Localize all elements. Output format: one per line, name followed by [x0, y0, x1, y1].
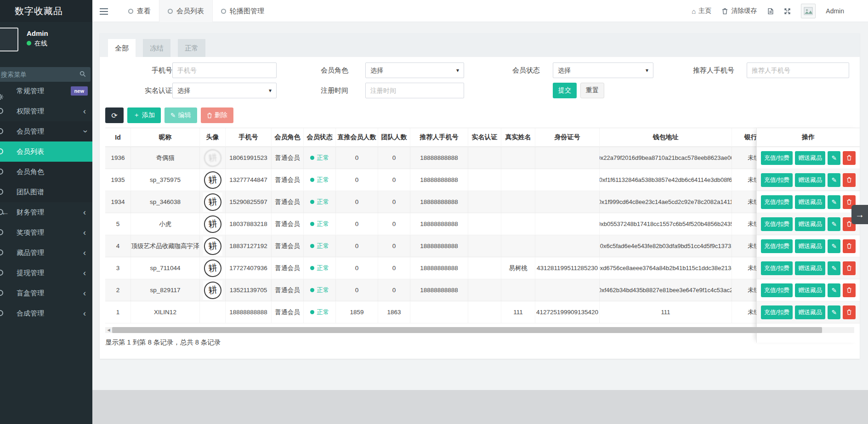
status-tab[interactable]: 全部 — [108, 39, 136, 57]
scrollbar-thumb[interactable] — [112, 327, 822, 333]
hamburger-menu-icon[interactable] — [100, 6, 109, 16]
panel-heading: 全部冻结正常 — [100, 33, 860, 57]
column-header-wallet[interactable]: 钱包地址 — [600, 128, 732, 147]
reset-button[interactable]: 重置 — [580, 83, 604, 98]
column-header-direct[interactable]: 直推会员人数 — [336, 128, 378, 147]
delete-row-button[interactable] — [843, 283, 856, 297]
sidebar-item[interactable]: 奖项管理‹ — [0, 222, 92, 243]
edit-button[interactable]: ✎编辑 — [165, 107, 197, 123]
cell-referrer: 18888888888 — [410, 235, 468, 257]
nav-tab-active[interactable]: 会员列表 — [159, 0, 213, 22]
phone-filter-input[interactable] — [172, 62, 277, 78]
collapse-left-arrow-icon[interactable]: ← — [1, 208, 9, 217]
referrer-filter-input[interactable] — [747, 62, 849, 78]
column-header-nickname[interactable]: 昵称 — [131, 128, 200, 147]
recharge-button[interactable]: 充值/扣费 — [761, 239, 793, 253]
role-filter-select[interactable]: 选择▾ — [365, 62, 464, 78]
recharge-button[interactable]: 充值/扣费 — [761, 151, 793, 165]
column-header-realname[interactable]: 真实姓名 — [501, 128, 535, 147]
recharge-button[interactable]: 充值/扣费 — [761, 283, 793, 297]
sidebar-item-label: 合成管理 — [17, 303, 44, 323]
edit-row-button[interactable]: ✎ — [828, 283, 840, 297]
edit-row-button[interactable]: ✎ — [828, 305, 840, 319]
add-button[interactable]: ＋添加 — [127, 107, 161, 123]
column-header-status[interactable]: 会员状态 — [304, 128, 336, 147]
status-tab[interactable]: 正常 — [178, 39, 205, 57]
chevron-left-icon: ‹ — [83, 263, 86, 283]
column-header-idcard[interactable]: 身份证号 — [535, 128, 600, 147]
recharge-button[interactable]: 充值/扣费 — [761, 217, 793, 231]
cell-status: 正常 — [304, 235, 336, 257]
column-header-id[interactable]: Id — [105, 128, 131, 147]
sidebar-item[interactable]: 提现管理‹ — [0, 263, 92, 283]
column-header-team[interactable]: 团队人数 — [378, 128, 410, 147]
edit-row-button[interactable]: ✎ — [828, 261, 840, 275]
menu-search-input[interactable] — [0, 67, 75, 82]
scroll-left-arrow[interactable]: ◀ — [105, 327, 112, 333]
sidebar-item[interactable]: 权限管理‹ — [0, 101, 92, 121]
gift-button[interactable]: 赠送藏品 — [795, 261, 825, 275]
status-filter-tabs: 全部冻结正常 — [108, 39, 205, 57]
edit-row-button[interactable]: ✎ — [828, 173, 840, 187]
cell-wallet: 111 — [600, 301, 732, 323]
status-tab[interactable]: 冻结 — [143, 39, 170, 57]
sidebar-item[interactable]: 盲盒管理‹ — [0, 283, 92, 303]
submit-button[interactable]: 提交 — [553, 83, 577, 98]
table-toolbar: ⟳ ＋添加 ✎编辑 删除 — [105, 107, 233, 123]
gift-button[interactable]: 赠送藏品 — [795, 173, 825, 187]
sidebar-item[interactable]: 合成管理‹ — [0, 303, 92, 323]
refresh-button[interactable]: ⟳ — [105, 107, 124, 123]
delete-row-button[interactable] — [843, 261, 856, 275]
circle-icon — [128, 9, 133, 14]
chevron-left-icon: ‹ — [83, 283, 86, 303]
delete-row-button[interactable] — [843, 151, 856, 165]
gift-button[interactable]: 赠送藏品 — [795, 283, 825, 297]
fullscreen-button[interactable] — [784, 8, 791, 15]
sidebar-item[interactable]: 团队图谱 — [0, 182, 92, 202]
sidebar-item[interactable]: 常规管理new — [0, 81, 92, 101]
recharge-button[interactable]: 充值/扣费 — [761, 195, 793, 209]
clear-cache-link[interactable]: 清除缓存 — [721, 7, 757, 15]
user-panel: Admin 在线 — [0, 28, 92, 61]
delete-row-button[interactable] — [843, 173, 856, 187]
slide-panel-toggle-button[interactable]: → — [851, 205, 868, 224]
delete-button[interactable]: 删除 — [201, 107, 233, 123]
search-icon[interactable] — [77, 69, 89, 80]
recharge-button[interactable]: 充值/扣费 — [761, 305, 793, 319]
delete-row-button[interactable] — [843, 239, 856, 253]
edit-row-button[interactable]: ✎ — [828, 151, 840, 165]
column-header-role[interactable]: 会员角色 — [272, 128, 304, 147]
recharge-button[interactable]: 充值/扣费 — [761, 173, 793, 187]
sidebar-item[interactable]: 会员列表 — [0, 141, 92, 162]
gift-button[interactable]: 赠送藏品 — [795, 305, 825, 319]
gift-button[interactable]: 赠送藏品 — [795, 239, 825, 253]
column-header-referrer[interactable]: 推荐人手机号 — [410, 128, 468, 147]
column-header-realcert[interactable]: 实名认证 — [468, 128, 501, 147]
gift-button[interactable]: 赠送藏品 — [795, 217, 825, 231]
edit-row-button[interactable]: ✎ — [828, 195, 840, 209]
home-link[interactable]: ⌂ 主页 — [692, 7, 711, 15]
nav-tab-item[interactable]: 轮播图管理 — [213, 0, 272, 22]
sidebar-item[interactable]: 会员角色 — [0, 162, 92, 182]
admin-avatar[interactable] — [801, 4, 816, 18]
sidebar-item[interactable]: 会员管理‹ — [0, 121, 92, 141]
column-header-phone[interactable]: 手机号 — [226, 128, 272, 147]
edit-row-button[interactable]: ✎ — [828, 217, 840, 231]
admin-username[interactable]: Admin — [826, 7, 844, 15]
status-filter-select[interactable]: 选择▾ — [553, 62, 653, 78]
delete-row-button[interactable] — [843, 305, 856, 319]
fullscreen-icon — [784, 8, 791, 15]
recharge-button[interactable]: 充值/扣费 — [761, 261, 793, 275]
edit-row-button[interactable]: ✎ — [828, 239, 840, 253]
gift-button[interactable]: 赠送藏品 — [795, 195, 825, 209]
docs-button[interactable] — [767, 8, 774, 15]
sidebar-item[interactable]: 藏品管理‹ — [0, 243, 92, 263]
chevron-left-icon: ‹ — [83, 101, 86, 121]
cell-direct: 0 — [336, 169, 378, 191]
gift-button[interactable]: 赠送藏品 — [795, 151, 825, 165]
cell-id: 1936 — [105, 147, 131, 169]
nav-tab-item[interactable]: 查看 — [120, 0, 159, 22]
sidebar-item[interactable]: 财务管理‹ — [0, 202, 92, 222]
column-header-avatar[interactable]: 头像 — [200, 128, 226, 147]
operation-fixed-column: 操作 充值/扣费赠送藏品✎充值/扣费赠送藏品✎充值/扣费赠送藏品✎充值/扣费赠送… — [756, 128, 860, 343]
